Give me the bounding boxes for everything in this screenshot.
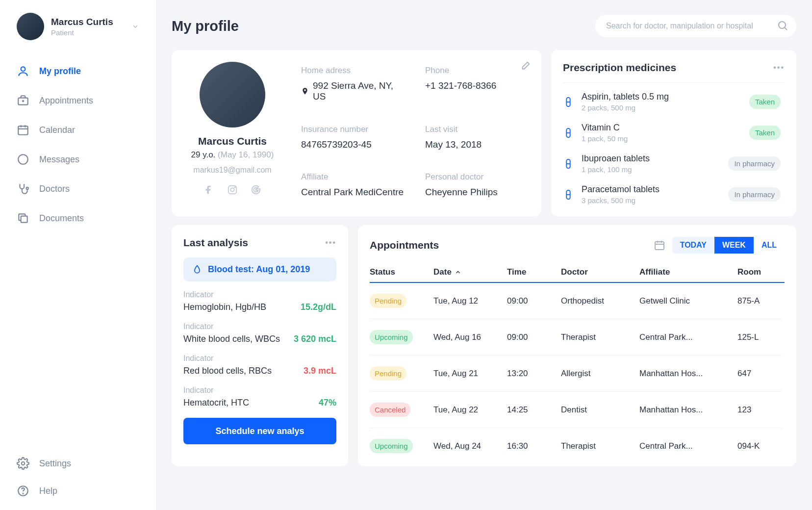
sidebar-item-label: Settings: [39, 459, 71, 469]
tab-today[interactable]: TODAY: [672, 237, 714, 254]
cell-date: Wed, Aug 16: [433, 332, 502, 342]
cell-date: Wed, Aug 24: [433, 441, 502, 451]
svg-point-14: [779, 22, 786, 28]
sidebar-item-documents[interactable]: Documents: [17, 212, 139, 225]
calendar-icon[interactable]: [654, 239, 665, 251]
status-badge: In pharmacy: [728, 156, 781, 171]
tab-week[interactable]: WEEK: [714, 237, 754, 254]
help-icon: [17, 484, 29, 497]
schedule-analysis-button[interactable]: Schedule new analys: [183, 418, 336, 444]
svg-rect-27: [655, 242, 664, 250]
sidebar-item-doctors[interactable]: Doctors: [17, 182, 139, 195]
page-title: My profile: [172, 18, 239, 34]
profile-avatar: [200, 62, 265, 128]
prescription-name: Vitamin C: [582, 123, 741, 133]
sidebar-item-label: Calendar: [39, 125, 75, 135]
user-role: Patient: [51, 28, 113, 37]
indicator-name: White blood cells, WBCs: [183, 334, 280, 344]
field-personal-doctor: Personal doctor Cheyenne Philips: [425, 172, 530, 204]
col-affiliate[interactable]: Affiliate: [639, 267, 733, 277]
chat-icon: [17, 153, 29, 166]
cell-doctor: Dentist: [561, 405, 634, 415]
search: [595, 15, 796, 37]
table-row[interactable]: UpcomingWed, Aug 1609:00TherapistCentral…: [370, 319, 782, 356]
col-status[interactable]: Status: [370, 267, 429, 277]
sidebar-item-label: Help: [39, 486, 57, 496]
sidebar-item-my-profile[interactable]: My profile: [17, 65, 139, 77]
google-icon[interactable]: [251, 184, 261, 195]
profile-email: markus19@gmail.com: [183, 166, 281, 175]
cell-doctor: Orthopedist: [561, 296, 634, 306]
sidebar-item-appointments[interactable]: Appointments: [17, 94, 139, 107]
more-icon[interactable]: •••: [325, 238, 336, 247]
cell-time: 09:00: [507, 296, 556, 306]
edit-icon[interactable]: [520, 61, 531, 72]
table-row[interactable]: PendingTue, Aug 2113:20AllergistManhatta…: [370, 356, 782, 392]
sidebar-item-settings[interactable]: Settings: [17, 457, 139, 470]
sidebar-item-label: Messages: [39, 154, 79, 165]
facebook-icon[interactable]: [203, 184, 214, 195]
col-time[interactable]: Time: [507, 267, 556, 277]
tab-all[interactable]: ALL: [754, 237, 785, 254]
user-menu[interactable]: Marcus Curtis Patient: [17, 13, 139, 40]
prescription-item[interactable]: Vitamin C1 pack, 50 mgTaken: [563, 123, 781, 143]
indicator-row: IndicatorRed blood cells, RBCs3.9 mcL: [183, 354, 336, 376]
sidebar-item-help[interactable]: Help: [17, 484, 139, 497]
briefcase-icon: [17, 94, 29, 107]
main: My profile Marcus Curtis 29 y.o. (Ma: [156, 0, 812, 510]
cell-affiliate: Getwell Clinic: [639, 296, 733, 306]
sidebar-item-label: My profile: [39, 66, 81, 76]
profile-card: Marcus Curtis 29 y.o. (May 16, 1990) mar…: [172, 50, 541, 216]
sidebar: Marcus Curtis Patient My profileAppointm…: [0, 0, 156, 510]
table-row[interactable]: PendingTue, Aug 1209:00OrthopedistGetwel…: [370, 283, 782, 319]
prescription-name: Aspirin, tablets 0.5 mg: [582, 92, 741, 102]
nav-main: My profileAppointmentsCalendarMessagesDo…: [17, 65, 139, 457]
cell-time: 14:25: [507, 405, 556, 415]
profile-name: Marcus Curtis: [183, 135, 281, 147]
blood-test-chip[interactable]: Blood test: Aug 01, 2019: [183, 257, 336, 281]
table-row[interactable]: CanceledTue, Aug 2214:25DentistManhattan…: [370, 392, 782, 428]
svg-point-9: [26, 187, 28, 189]
table-row[interactable]: UpcomingWed, Aug 2416:30TherapistCentral…: [370, 428, 782, 455]
search-input[interactable]: [595, 15, 796, 37]
cell-time: 13:20: [507, 369, 556, 379]
field-last-visit: Last visit May 13, 2018: [425, 125, 530, 157]
sidebar-item-calendar[interactable]: Calendar: [17, 124, 139, 136]
gear-icon: [17, 457, 29, 470]
svg-point-0: [21, 67, 25, 71]
svg-point-18: [234, 187, 235, 188]
map-pin-icon: [301, 87, 309, 95]
nav-bottom: SettingsHelp: [17, 457, 139, 497]
pill-icon: [563, 189, 574, 200]
status-badge: Taken: [749, 95, 781, 109]
more-icon[interactable]: •••: [773, 63, 785, 72]
prescription-meta: 3 packs, 500 mg: [582, 196, 720, 204]
col-room[interactable]: Room: [737, 267, 782, 277]
status-badge: Upcoming: [370, 439, 413, 453]
cell-doctor: Therapist: [561, 441, 634, 451]
cell-room: 647: [737, 369, 782, 379]
status-badge: Pending: [370, 294, 406, 308]
search-icon[interactable]: [777, 20, 788, 31]
range-segmented: TODAY WEEK ALL: [672, 237, 785, 254]
prescription-item[interactable]: Ibuproaen tablets1 pack, 100 mgIn pharma…: [563, 153, 781, 174]
svg-rect-4: [18, 126, 28, 134]
col-date[interactable]: Date: [433, 267, 502, 277]
cell-affiliate: Manhattan Hos...: [639, 405, 733, 415]
status-badge: In pharmacy: [728, 187, 781, 202]
cell-date: Tue, Aug 12: [433, 296, 502, 306]
svg-point-17: [230, 188, 234, 191]
prescription-item[interactable]: Paracetamol tablets3 packs, 500 mgIn pha…: [563, 184, 781, 204]
indicator-name: Hematocrit, HTC: [183, 398, 249, 408]
field-affiliate: Affiliate Central Park MediCentre: [301, 172, 406, 204]
col-doctor[interactable]: Doctor: [561, 267, 634, 277]
drop-icon: [192, 265, 202, 275]
appointments-title: Appointments: [370, 239, 439, 251]
cell-affiliate: Central Park...: [639, 441, 733, 451]
chevron-down-icon[interactable]: [131, 23, 139, 30]
sidebar-item-messages[interactable]: Messages: [17, 153, 139, 166]
svg-rect-10: [21, 216, 27, 223]
prescription-item[interactable]: Aspirin, tablets 0.5 mg2 packs, 500 mgTa…: [563, 92, 781, 112]
instagram-icon[interactable]: [227, 184, 238, 195]
cell-room: 875-A: [737, 296, 782, 306]
